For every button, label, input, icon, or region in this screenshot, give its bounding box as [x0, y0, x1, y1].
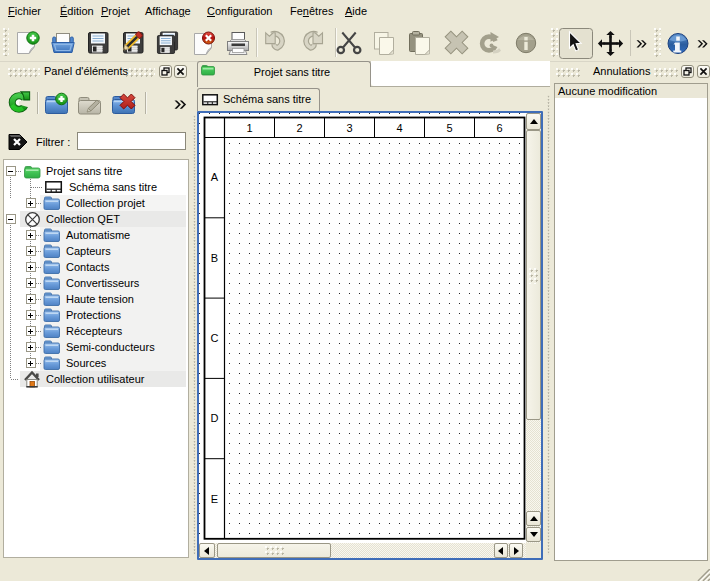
svg-text:Sources: Sources [66, 357, 107, 369]
svg-text:Contacts: Contacts [66, 261, 110, 273]
svg-text:Automatisme: Automatisme [66, 229, 130, 241]
svg-text:3: 3 [346, 122, 352, 134]
svg-text:C: C [211, 332, 219, 344]
svg-text:A: A [211, 171, 219, 183]
svg-text:5: 5 [446, 122, 452, 134]
svg-text:Collection utilisateur: Collection utilisateur [46, 373, 145, 385]
svg-text:Récepteurs: Récepteurs [66, 325, 123, 337]
svg-text:2: 2 [296, 122, 302, 134]
svg-text:Haute tension: Haute tension [66, 293, 134, 305]
svg-text:Convertisseurs: Convertisseurs [66, 277, 140, 289]
svg-text:Semi-conducteurs: Semi-conducteurs [66, 341, 155, 353]
svg-text:B: B [211, 252, 218, 264]
svg-text:4: 4 [396, 122, 402, 134]
svg-text:Collection projet: Collection projet [66, 197, 145, 209]
svg-text:Protections: Protections [66, 309, 122, 321]
svg-text:Schéma sans titre: Schéma sans titre [69, 181, 157, 193]
svg-text:D: D [211, 412, 219, 424]
svg-text:Projet sans titre: Projet sans titre [46, 165, 122, 177]
svg-text:6: 6 [496, 122, 502, 134]
svg-text:Capteurs: Capteurs [66, 245, 111, 257]
svg-text:Collection QET: Collection QET [46, 213, 120, 225]
svg-text:E: E [211, 493, 218, 505]
svg-text:1: 1 [246, 122, 252, 134]
